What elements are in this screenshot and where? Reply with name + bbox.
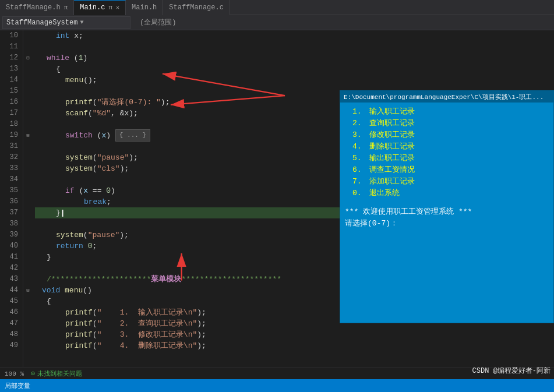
console-titlebar: E:\Document\programmLanguageExper\C\项目实践… (340, 91, 553, 103)
console-window: E:\Document\programmLanguageExper\C\项目实践… (340, 90, 554, 323)
watermark: CSDN @编程爱好者-阿新 (472, 366, 551, 376)
zoom-level[interactable]: 100 % (5, 370, 24, 377)
line-num-33: 33 (0, 163, 23, 174)
line-num-44: 44 (0, 285, 23, 296)
line-num-39: 39 (0, 229, 23, 241)
tab-icon: π (108, 4, 112, 11)
collapse-switch[interactable]: ⊞ (23, 130, 33, 141)
collapse-gutter: ⊟ ⊞ ⊟ (23, 30, 35, 367)
scope-label: (全局范围) (140, 17, 176, 27)
dropdown-icon[interactable]: ▼ (80, 19, 83, 26)
tab-label: StaffManage.c (169, 3, 224, 12)
bottom-bar: 100 % ⊙ 未找到相关问题 (0, 368, 554, 379)
status-bar: 局部变量 (0, 379, 554, 392)
line-num-32: 32 (0, 152, 23, 163)
line-num-46: 46 (0, 307, 23, 318)
console-menu-item-7: 7. 添加职工记录 (345, 176, 549, 188)
line-num-34: 34 (0, 174, 23, 185)
code-line-10: int x; (35, 30, 554, 41)
line-num-35: 35 (0, 185, 23, 196)
line-num-31: 31 (0, 141, 23, 152)
line-num-38: 38 (0, 218, 23, 229)
line-num-15: 15 (0, 86, 23, 97)
tab-label: StaffManage.h (6, 3, 61, 12)
tab-label: Main.h (132, 3, 157, 12)
line-num-49: 49 (0, 340, 23, 351)
collapse-menu[interactable]: ⊟ (23, 285, 33, 296)
code-line-49: printf(" 4. 删除职工记录\n"); (35, 340, 554, 351)
console-menu-item-1: 1. 输入职工记录 (345, 106, 549, 118)
console-menu-item-3: 3. 修改职工记录 (345, 129, 549, 141)
line-num-45: 45 (0, 296, 23, 307)
tab-main-c[interactable]: Main.c π ✕ (74, 0, 126, 15)
line-num-11: 11 (0, 41, 23, 52)
console-title: E:\Document\programmLanguageExper\C\项目实践… (344, 93, 544, 101)
line-num-43: 43 (0, 274, 23, 285)
tab-bar: StaffManage.h π Main.c π ✕ Main.h StaffM… (0, 0, 554, 15)
console-prompt: 请选择(0-7)： (345, 218, 549, 229)
scope-status: 局部变量 (5, 382, 30, 390)
warning-icon: ⊙ (31, 369, 35, 378)
line-num-41: 41 (0, 252, 23, 263)
line-num-48: 48 (0, 329, 23, 340)
project-selector[interactable]: StaffManageSystem ▼ (2, 16, 130, 29)
line-num-18: 18 (0, 119, 23, 130)
console-menu-item-2: 2. 查询职工记录 (345, 118, 549, 129)
collapse-while[interactable]: ⊟ (23, 52, 33, 63)
code-line-13: { (35, 63, 554, 75)
line-num-36: 36 (0, 196, 23, 207)
code-line-12: while (1) (35, 52, 554, 63)
line-num-17: 17 (0, 108, 23, 119)
console-menu-item-0: 0. 退出系统 (345, 188, 549, 199)
line-num-40: 40 (0, 241, 23, 252)
line-num-10: 10 (0, 30, 23, 41)
tab-staffmanage-h[interactable]: StaffManage.h π (0, 0, 74, 15)
code-line-48: printf(" 3. 修改职工记录\n"); (35, 329, 554, 340)
line-num-12: 12 (0, 52, 23, 63)
tab-icon: π (64, 4, 68, 11)
console-welcome: *** 欢迎使用职工工资管理系统 *** (345, 206, 549, 218)
code-line-14: menu(); (35, 75, 554, 86)
line-num-19: 19 (0, 130, 23, 141)
project-name: StaffManageSystem (6, 19, 77, 27)
code-line-11 (35, 41, 554, 52)
line-num-13: 13 (0, 63, 23, 75)
line-num-16: 16 (0, 97, 23, 108)
tab-label: Main.c (80, 3, 105, 12)
tab-close-icon[interactable]: ✕ (116, 4, 119, 11)
line-num-42: 42 (0, 263, 23, 274)
warning-text: 未找到相关问题 (37, 369, 82, 378)
tab-staffmanage-c[interactable]: StaffManage.c (163, 0, 230, 15)
tab-main-h[interactable]: Main.h (126, 0, 163, 15)
console-body: 1. 输入职工记录 2. 查询职工记录 3. 修改职工记录 4. 删除职工记录 … (340, 103, 553, 233)
line-num-47: 47 (0, 318, 23, 329)
toolbar: StaffManageSystem ▼ (全局范围) (0, 15, 554, 30)
console-menu-item-5: 5. 输出职工记录 (345, 153, 549, 164)
line-numbers: 10 11 12 13 14 15 16 17 18 19 31 32 33 3… (0, 30, 23, 367)
line-num-14: 14 (0, 75, 23, 86)
line-num-37: 37 (0, 207, 23, 218)
console-menu-item-4: 4. 删除职工记录 (345, 141, 549, 153)
console-menu-item-6: 6. 调查工资情况 (345, 164, 549, 176)
